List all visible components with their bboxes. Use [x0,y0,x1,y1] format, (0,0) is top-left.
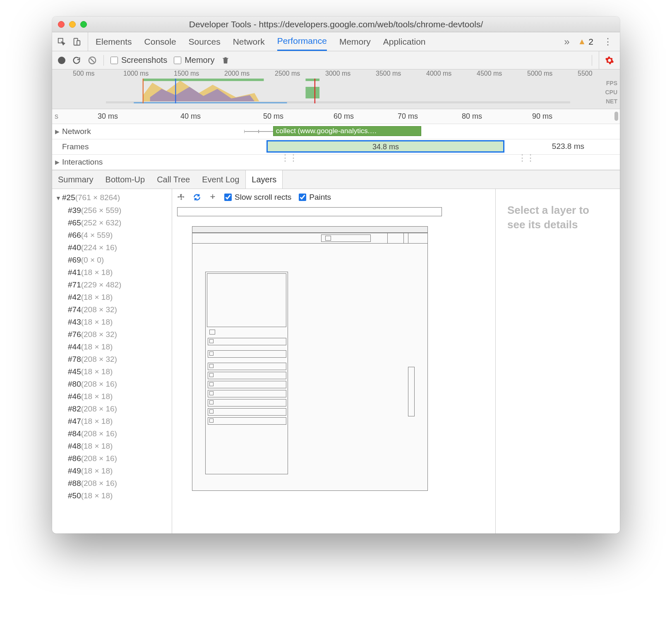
inspect-element-icon[interactable] [57,37,66,46]
slow-scroll-rects-checkbox[interactable] [224,194,232,201]
layer-tree-item[interactable]: #82(208 × 16) [55,403,172,415]
subtab-layers[interactable]: Layers [245,170,283,189]
clear-button[interactable] [88,56,97,65]
layer-tree-item[interactable]: #65(252 × 632) [55,217,172,229]
traffic-lights [58,21,87,28]
reload-record-button[interactable] [72,56,81,65]
overview-tick: 1000 ms [123,70,149,77]
layer-tree-item[interactable]: #44(18 × 18) [55,341,172,353]
layer-tree-item[interactable]: #66(4 × 559) [55,229,172,241]
main-tabstrip: ElementsConsoleSourcesNetworkPerformance… [52,32,620,51]
resize-handle-icon[interactable]: ⋮⋮ [518,156,534,160]
overview-tick: 4500 ms [477,70,502,77]
slow-scroll-rects-label: Slow scroll rects [235,193,291,202]
layer-tree-item[interactable]: #39(256 × 559) [55,204,172,217]
layer-tree-item[interactable]: #80(208 × 16) [55,378,172,390]
warnings-badge[interactable]: ▲ 2 [578,37,593,47]
layer-tree-item[interactable]: #40(224 × 16) [55,241,172,254]
frames-row[interactable]: Frames 34.8 ms 523.8 ms [52,139,620,155]
maximize-window-button[interactable] [80,21,87,28]
pan-icon[interactable] [177,193,185,201]
ruler-tick: 70 ms [398,112,418,121]
layer-tree-item[interactable]: #86(208 × 16) [55,452,172,465]
resize-handle-icon[interactable]: ⋮⋮ [281,156,297,160]
layer-tree-item[interactable]: #84(208 × 16) [55,428,172,440]
window-titlebar: Developer Tools - https://developers.goo… [52,17,620,32]
expand-arrow-icon[interactable]: ▶ [52,128,62,135]
performance-toolbar: Screenshots Memory [52,51,620,69]
subtab-bottom-up[interactable]: Bottom-Up [100,170,151,189]
paints-checkbox[interactable] [299,194,306,201]
ruler-tick: 90 ms [532,112,552,121]
ruler-tick: 80 ms [462,112,482,121]
tab-console[interactable]: Console [144,32,176,51]
layer-tree-item[interactable]: #46(18 × 18) [55,390,172,403]
layer-canvas-toolbar: Slow scroll rects Paints [172,189,495,206]
layer-tree-item[interactable]: #50(18 × 18) [55,490,172,502]
network-wait-bar [244,130,273,133]
ruler-tick: 30 ms [98,112,118,121]
trash-button[interactable] [221,56,230,65]
layer-tree[interactable]: ▼#25(761 × 8264)#39(256 × 559)#65(252 × … [52,189,172,533]
screenshots-label: Screenshots [121,55,167,65]
capture-settings-icon[interactable] [599,51,614,69]
layer-tree-item[interactable]: #88(208 × 16) [55,477,172,490]
tab-sources[interactable]: Sources [189,32,221,51]
network-row[interactable]: ▶ Network collect (www.google-analytics.… [52,124,620,139]
memory-checkbox[interactable] [174,57,181,64]
detail-ruler[interactable]: s 30 ms40 ms50 ms60 ms70 ms80 ms90 ms [52,109,620,124]
layer-details-placeholder: Select a layer to see its details [496,189,620,533]
close-window-button[interactable] [58,21,65,28]
layer-tree-item[interactable]: #47(18 × 18) [55,415,172,428]
minimize-window-button[interactable] [69,21,76,28]
overview-tick: 5000 ms [527,70,552,77]
detail-subtabs: SummaryBottom-UpCall TreeEvent LogLayers [52,170,620,189]
layer-tree-item[interactable]: #45(18 × 18) [55,366,172,378]
tab-network[interactable]: Network [233,32,265,51]
subtab-event-log[interactable]: Event Log [196,170,245,189]
reset-view-icon[interactable] [209,193,217,201]
subtab-summary[interactable]: Summary [52,170,100,189]
ruler-tick: 40 ms [180,112,201,121]
layers-pane: ▼#25(761 × 8264)#39(256 × 559)#65(252 × … [52,189,620,533]
screenshots-checkbox[interactable] [110,57,118,64]
layer-tree-item[interactable]: #43(18 × 18) [55,316,172,328]
layer-tree-item[interactable]: #41(18 × 18) [55,266,172,279]
tab-performance[interactable]: Performance [277,32,327,51]
overview-tick: 3000 ms [325,70,350,77]
interactions-row-label: Interactions [62,158,103,167]
svg-rect-7 [305,79,319,81]
layer-tree-item[interactable]: #42(18 × 18) [55,291,172,304]
device-toolbar-icon[interactable] [72,37,81,46]
overflow-tabs-button[interactable]: » [564,36,569,48]
svg-rect-5 [143,79,264,81]
tab-memory[interactable]: Memory [339,32,371,51]
record-button[interactable] [58,57,65,64]
frames-row-label: Frames [62,142,89,151]
ruler-scrollbar-thumb[interactable] [614,112,618,121]
network-request-bar[interactable]: collect (www.google-analytics.… [273,126,421,136]
layer-tree-item[interactable]: #48(18 × 18) [55,440,172,452]
layer-tree-item[interactable]: #74(208 × 32) [55,304,172,316]
tab-application[interactable]: Application [383,32,426,51]
layer-tree-item[interactable]: #69(0 × 0) [55,254,172,266]
kebab-menu-icon[interactable]: ⋮ [601,36,615,47]
rotate-icon[interactable] [193,193,201,201]
layer-tree-item[interactable]: #71(229 × 482) [55,279,172,291]
subtab-call-tree[interactable]: Call Tree [151,170,196,189]
expand-arrow-icon[interactable]: ▶ [52,159,62,165]
interactions-row[interactable]: ▶ Interactions ⋮⋮ ⋮⋮ [52,155,620,170]
overview-tick: 5500 [578,70,593,77]
tab-elements[interactable]: Elements [96,32,132,51]
warning-icon: ▲ [578,37,586,46]
frame-bar[interactable]: 34.8 ms [266,140,504,153]
layer-tree-item[interactable]: #76(208 × 32) [55,328,172,341]
timeline-overview[interactable]: 500 ms1000 ms1500 ms2000 ms2500 ms3000 m… [52,69,620,109]
layer-tree-item[interactable]: #49(18 × 18) [55,465,172,477]
overview-chart [106,79,570,103]
overview-tick: 3500 ms [376,70,401,77]
svg-rect-2 [77,41,80,45]
layer-tree-item[interactable]: #78(208 × 32) [55,353,172,366]
layer-tree-item[interactable]: ▼#25(761 × 8264) [55,191,172,204]
layer-3d-stage[interactable] [172,206,495,533]
